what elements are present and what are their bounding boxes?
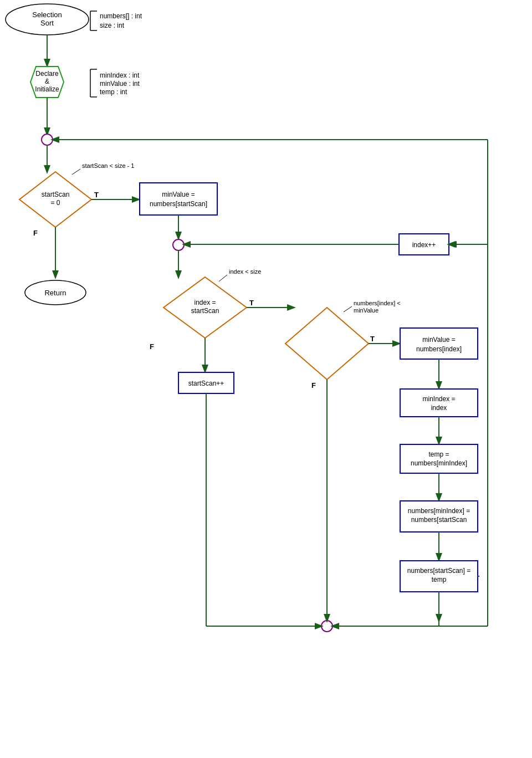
- diamond3-cond-label2: minValue: [354, 307, 378, 314]
- svg-marker-27: [285, 308, 369, 380]
- param-numbers: numbers[] : int: [100, 12, 142, 20]
- diamond1-label2: = 0: [50, 199, 60, 207]
- svg-line-23: [219, 275, 227, 281]
- svg-line-28: [344, 306, 352, 312]
- flowchart: Selection Sort numbers[] : int size : in…: [0, 0, 532, 758]
- diamond1-label1: startScan: [42, 191, 70, 198]
- minindex-set-label2: index: [431, 404, 447, 412]
- diamond2-label2: startScan: [191, 307, 219, 315]
- diamond3-f: F: [311, 381, 316, 390]
- diamond1-condition: startScan < size - 1: [82, 162, 134, 169]
- temp-set-label1: temp =: [428, 450, 449, 458]
- diamond3-cond-label1: numbers[index] <: [354, 300, 401, 306]
- svg-point-18: [173, 239, 184, 250]
- diamond2-label1: index =: [194, 299, 216, 306]
- local-minindex: minIndex : int: [100, 71, 140, 79]
- svg-point-40: [321, 621, 332, 632]
- declare-init-label1: Declare: [35, 70, 59, 78]
- param-size: size : int: [100, 22, 125, 29]
- svg-point-10: [42, 134, 53, 145]
- startscan-pp-label: startScan++: [188, 380, 224, 387]
- diamond1-f: F: [33, 229, 38, 237]
- local-temp: temp : int: [100, 88, 127, 96]
- diamond3-t: T: [370, 335, 375, 343]
- numbers-startscan-label2: temp: [432, 576, 447, 583]
- minindex-set-label1: minIndex =: [422, 395, 455, 403]
- diamond1-t: T: [94, 191, 99, 199]
- diamond2-f: F: [150, 342, 154, 351]
- minvalue-set-label2: numbers[startScan]: [150, 200, 207, 208]
- svg-rect-30: [400, 328, 478, 359]
- return-label: Return: [44, 289, 66, 297]
- selection-sort-label: Selection: [32, 11, 62, 19]
- svg-rect-32: [400, 389, 478, 417]
- svg-rect-16: [140, 183, 217, 215]
- numbers-minindex-label1: numbers[minIndex] =: [408, 507, 470, 515]
- temp-set-label2: numbers[minIndex]: [411, 459, 467, 467]
- numbers-startscan-label1: numbers[startScan] =: [407, 567, 470, 575]
- minvalue-set2-label1: minValue =: [422, 336, 455, 344]
- diamond2-condition: index < size: [229, 268, 261, 275]
- index-pp-label: index++: [412, 241, 436, 249]
- declare-init-label2: &: [45, 78, 49, 85]
- numbers-minindex-label2: numbers[startScan: [411, 516, 467, 524]
- svg-line-12: [72, 169, 80, 175]
- selection-sort-label2: Sort: [40, 19, 54, 27]
- minvalue-set-label1: minValue =: [162, 191, 195, 198]
- svg-rect-34: [400, 444, 478, 473]
- declare-init-label3: Initialize: [35, 85, 59, 93]
- diamond2-t: T: [249, 299, 254, 307]
- minvalue-set2-label2: numbers[index]: [416, 345, 462, 353]
- local-minvalue: minValue : int: [100, 80, 140, 88]
